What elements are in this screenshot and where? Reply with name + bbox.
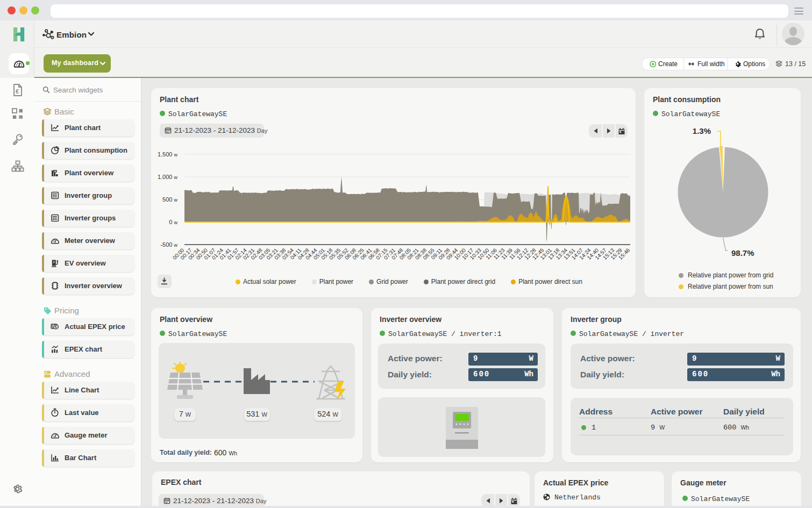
svg-text:0 w: 0 w xyxy=(169,219,177,225)
svg-text:500 w: 500 w xyxy=(162,196,177,203)
svg-text:1.500 w: 1.500 w xyxy=(158,151,178,158)
svg-text:€: € xyxy=(16,88,19,95)
svg-text:1.3%: 1.3% xyxy=(693,126,711,135)
svg-text:98.7%: 98.7% xyxy=(731,248,754,257)
svg-text:1.000 w: 1.000 w xyxy=(158,174,178,180)
svg-text:€: € xyxy=(55,324,58,329)
svg-text:-500 w: -500 w xyxy=(160,241,177,248)
